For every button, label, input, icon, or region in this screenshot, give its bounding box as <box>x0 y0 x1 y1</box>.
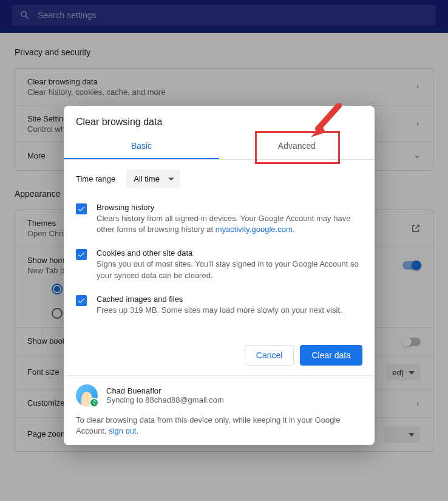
checkbox-checked-icon[interactable] <box>76 295 87 306</box>
browsing-history-option[interactable]: Browsing history Clears history from all… <box>76 203 362 235</box>
dialog-body: Time range All time Browsing history Cle… <box>64 160 375 335</box>
avatar <box>76 384 98 406</box>
time-range-select[interactable]: All time <box>126 169 180 188</box>
cancel-button[interactable]: Cancel <box>245 345 294 366</box>
cookies-option[interactable]: Cookies and other site data Signs you ou… <box>76 248 362 281</box>
time-range-label: Time range <box>76 174 115 183</box>
option-title: Cached images and files <box>97 295 342 304</box>
option-sub: Frees up 319 MB. Some sites may load mor… <box>97 305 342 316</box>
sync-icon <box>89 398 99 407</box>
dialog-title: Clear browsing data <box>64 106 375 134</box>
dialog-footer: Chad Buenaflor Syncing to 88chad88@gmail… <box>64 375 375 445</box>
dialog-tabs: Basic Advanced <box>64 134 375 160</box>
clear-data-dialog: Clear browsing data Basic Advanced Time … <box>64 106 375 445</box>
sign-out-link[interactable]: sign out <box>109 426 137 435</box>
myactivity-link[interactable]: myactivity.google.com <box>216 225 293 234</box>
clear-data-button[interactable]: Clear data <box>300 345 362 366</box>
profile-sync-status: Syncing to 88chad88@gmail.com <box>106 395 224 404</box>
checkbox-checked-icon[interactable] <box>76 249 87 260</box>
tab-advanced[interactable]: Advanced <box>219 134 375 159</box>
profile-row: Chad Buenaflor Syncing to 88chad88@gmail… <box>76 384 362 406</box>
profile-name: Chad Buenaflor <box>106 386 224 395</box>
dialog-actions: Cancel Clear data <box>64 335 375 375</box>
option-title: Cookies and other site data <box>97 248 362 257</box>
tab-basic[interactable]: Basic <box>64 134 219 159</box>
option-sub: Signs you out of most sites. You'll stay… <box>97 259 362 281</box>
footer-note: To clear browsing data from this device … <box>76 415 362 437</box>
option-sub: Clears history from all signed-in device… <box>97 213 362 235</box>
cached-files-option[interactable]: Cached images and files Frees up 319 MB.… <box>76 295 362 316</box>
option-title: Browsing history <box>97 203 362 212</box>
checkbox-checked-icon[interactable] <box>76 203 87 214</box>
time-range-row: Time range All time <box>76 169 362 188</box>
